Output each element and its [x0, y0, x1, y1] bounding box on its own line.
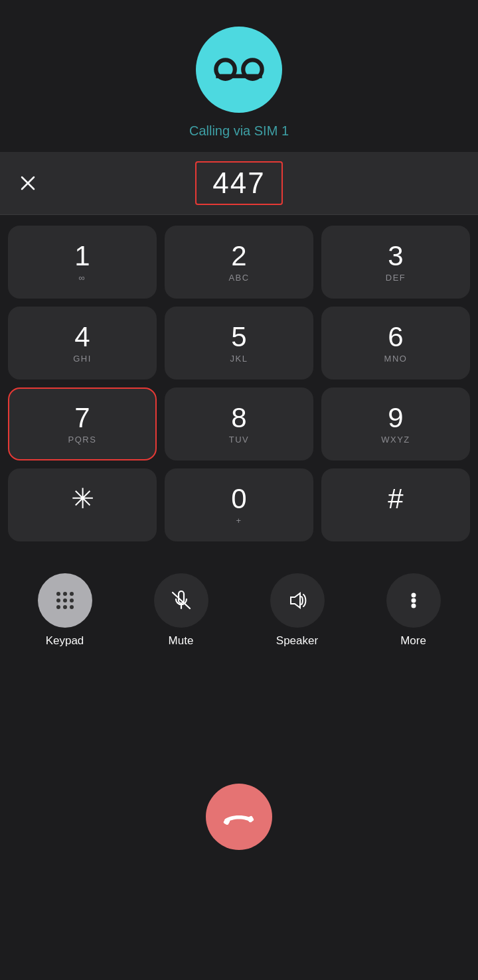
- key-8-letters: TUV: [229, 435, 250, 445]
- key-0-letters: +: [236, 516, 242, 526]
- key-2[interactable]: 2ABC: [165, 226, 313, 299]
- key-5[interactable]: 5JKL: [165, 307, 313, 380]
- svg-marker-16: [291, 593, 300, 608]
- key-9[interactable]: 9WXYZ: [321, 387, 470, 460]
- key-7-letters: PQRS: [68, 435, 97, 445]
- svg-point-8: [56, 598, 60, 602]
- key-8-number: 8: [231, 403, 246, 433]
- key-9-number: 9: [388, 403, 403, 433]
- svg-point-12: [63, 605, 67, 609]
- voicemail-icon: [212, 56, 266, 83]
- more-btn[interactable]: [386, 573, 441, 628]
- top-area: Calling via SIM 1: [0, 0, 478, 152]
- key-2-number: 2: [231, 241, 246, 271]
- dial-number-box: 447: [195, 161, 282, 205]
- end-call-area: [206, 653, 272, 980]
- key-hash[interactable]: #: [321, 468, 470, 541]
- key-4[interactable]: 4GHI: [8, 307, 157, 380]
- svg-point-17: [411, 593, 416, 598]
- svg-point-7: [70, 592, 74, 596]
- key-6[interactable]: 6MNO: [321, 307, 470, 380]
- more-btn-label: More: [400, 634, 426, 648]
- speaker-btn[interactable]: [270, 573, 325, 628]
- dial-number: 447: [212, 167, 265, 200]
- svg-point-11: [56, 605, 60, 609]
- key-hash-number: #: [388, 484, 403, 514]
- calling-via-text: Calling via SIM 1: [189, 123, 289, 139]
- keypad-btn-wrap[interactable]: Keypad: [11, 573, 119, 648]
- screen: Calling via SIM 1 447 1∞2ABC3DEF4GHI5JKL…: [0, 0, 478, 980]
- key-3-letters: DEF: [386, 273, 406, 283]
- key-9-letters: WXYZ: [381, 435, 410, 445]
- key-8[interactable]: 8TUV: [165, 387, 313, 460]
- svg-rect-2: [216, 74, 262, 78]
- key-1[interactable]: 1∞: [8, 226, 157, 299]
- key-0-number: 0: [231, 484, 246, 514]
- speaker-btn-label: Speaker: [276, 634, 318, 648]
- key-4-number: 4: [74, 322, 90, 352]
- close-button[interactable]: [16, 171, 40, 195]
- keypad-btn-label: Keypad: [46, 634, 84, 648]
- key-5-number: 5: [231, 322, 246, 352]
- avatar: [196, 27, 282, 113]
- svg-point-6: [63, 592, 67, 596]
- key-7-number: 7: [74, 403, 90, 433]
- svg-point-18: [411, 598, 416, 603]
- sim-label: SIM 1: [254, 123, 289, 138]
- more-btn-wrap[interactable]: More: [359, 573, 467, 648]
- mute-btn[interactable]: [154, 573, 208, 628]
- key-3[interactable]: 3DEF: [321, 226, 470, 299]
- close-icon: [21, 176, 35, 190]
- key-0[interactable]: 0+: [165, 468, 313, 541]
- svg-point-9: [63, 598, 67, 602]
- key-1-number: 1: [74, 241, 90, 271]
- key-star[interactable]: ✳: [8, 468, 157, 541]
- key-3-number: 3: [388, 241, 403, 271]
- svg-point-5: [56, 592, 60, 596]
- svg-point-13: [70, 605, 74, 609]
- action-row: KeypadMuteSpeakerMore: [0, 557, 478, 653]
- key-star-number: ✳: [71, 484, 94, 514]
- dial-number-container: 447: [40, 161, 438, 205]
- key-7[interactable]: 7PQRS: [8, 387, 157, 460]
- keypad-btn[interactable]: [38, 573, 92, 628]
- key-2-letters: ABC: [228, 273, 249, 283]
- key-6-number: 6: [388, 322, 403, 352]
- end-call-icon: [223, 809, 255, 825]
- key-4-letters: GHI: [73, 354, 92, 364]
- mute-btn-wrap[interactable]: Mute: [127, 573, 235, 648]
- key-1-letters: ∞: [79, 273, 86, 283]
- key-6-letters: MNO: [384, 354, 408, 364]
- svg-rect-21: [247, 815, 254, 823]
- mute-btn-label: Mute: [169, 634, 194, 648]
- keypad: 1∞2ABC3DEF4GHI5JKL6MNO7PQRS8TUV9WXYZ✳0+#: [0, 215, 478, 552]
- svg-point-19: [411, 604, 416, 608]
- key-5-letters: JKL: [230, 354, 248, 364]
- speaker-btn-wrap[interactable]: Speaker: [243, 573, 351, 648]
- svg-point-10: [70, 598, 74, 602]
- end-call-button[interactable]: [206, 784, 272, 850]
- dial-bar: 447: [0, 152, 478, 215]
